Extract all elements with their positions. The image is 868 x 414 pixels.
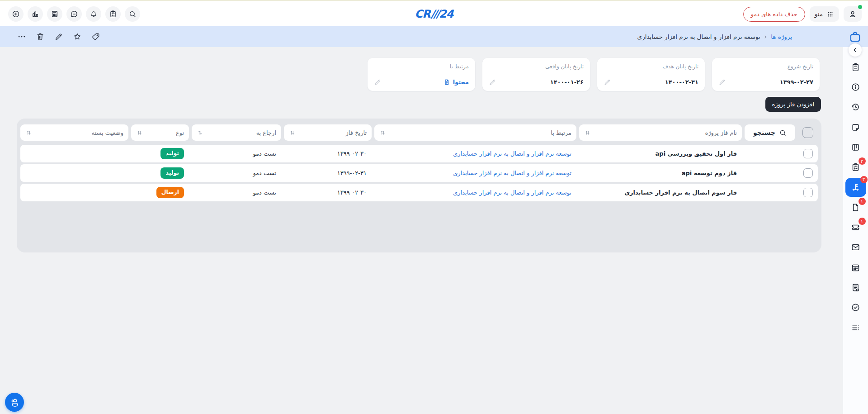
- breadcrumb-separator: ‹: [764, 33, 767, 40]
- related-project-link[interactable]: توسعه نرم افزار و اتصال به نرم افزار حسا…: [453, 189, 571, 196]
- sidebar-item-history[interactable]: [843, 97, 868, 117]
- table-row[interactable]: فاز سوم اتصال به نرم افزار حسابداریتوسعه…: [20, 184, 818, 201]
- sidebar-item-report[interactable]: [843, 277, 868, 297]
- tasks-button[interactable]: [105, 6, 121, 22]
- sidebar-item-phases[interactable]: ۳: [843, 177, 868, 197]
- file-icon: [851, 203, 860, 212]
- clipboard-icon: [851, 62, 860, 72]
- related-project-link[interactable]: توسعه نرم افزار و اتصال به نرم افزار حسا…: [453, 170, 571, 176]
- support-chat-button[interactable]: [5, 393, 24, 412]
- column-header[interactable]: مرتبط با: [374, 124, 576, 141]
- sidebar-item-tasklist[interactable]: ۳: [843, 157, 868, 177]
- star-button[interactable]: [73, 32, 82, 43]
- phase-date: ۱۳۹۹-۰۲-۳۰: [337, 150, 367, 157]
- more-button[interactable]: [17, 32, 26, 43]
- notification-badge: ۳: [859, 157, 866, 165]
- online-status-dot: [858, 5, 862, 9]
- column-header[interactable]: وضعیت بسته: [20, 124, 128, 141]
- chat-icon: [70, 10, 78, 18]
- column-header[interactable]: ارجاع به: [192, 124, 281, 141]
- phases-table: جستجو نام فاز پروژهمرتبط باتاریخ فازارجا…: [17, 119, 821, 252]
- search-button[interactable]: جستجو: [745, 124, 795, 141]
- pencil-button[interactable]: [54, 32, 63, 43]
- notification-badge: ۱: [859, 218, 866, 225]
- pencil-icon: [54, 32, 63, 41]
- column-header[interactable]: نام فاز پروژه: [579, 124, 742, 141]
- row-checkbox[interactable]: [803, 188, 813, 197]
- info-icon: [851, 82, 860, 92]
- sidebar-item-note[interactable]: [843, 117, 868, 137]
- check-circle-icon: [851, 303, 860, 312]
- delete-demo-data-button[interactable]: حذف داده های دمو: [743, 7, 805, 22]
- column-header[interactable]: تاریخ فاز: [284, 124, 372, 141]
- support-icon: [9, 397, 20, 408]
- table-header: جستجو نام فاز پروژهمرتبط باتاریخ فازارجا…: [20, 124, 818, 141]
- edit-icon[interactable]: [718, 78, 726, 86]
- edit-icon[interactable]: [489, 78, 496, 86]
- sort-icon: [197, 129, 203, 136]
- tasklist-icon: [851, 162, 860, 172]
- search-label: جستجو: [753, 129, 775, 136]
- breadcrumb-projects-link[interactable]: پروژه ها: [771, 33, 792, 40]
- card-label: تاریخ شروع: [718, 63, 813, 70]
- breadcrumb: پروژه ها ‹ توسعه نرم افزار و اتصال به نر…: [637, 26, 792, 47]
- sidebar-item-list[interactable]: [843, 318, 868, 338]
- action-bar: پروژه ها ‹ توسعه نرم افزار و اتصال به نر…: [0, 26, 868, 47]
- reference: تست دمو: [192, 170, 281, 176]
- sidebar-item-file[interactable]: ۱: [843, 197, 868, 217]
- document-icon: [443, 79, 450, 86]
- table-row[interactable]: فاز دوم توسعه apiتوسعه نرم افزار و اتصال…: [20, 164, 818, 182]
- delete-demo-label: حذف داده های دمو: [751, 11, 797, 18]
- sort-icon: [136, 129, 143, 136]
- sidebar-item-calendar[interactable]: [843, 257, 868, 277]
- note-icon: [851, 123, 860, 132]
- row-checkbox[interactable]: [803, 149, 813, 158]
- column-label: تاریخ فاز: [346, 129, 367, 136]
- tag-button[interactable]: [91, 32, 100, 43]
- bell-button[interactable]: [86, 6, 101, 22]
- sidebar-item-mail[interactable]: [843, 238, 868, 257]
- chart-button[interactable]: [28, 6, 43, 22]
- tag-icon: [91, 32, 100, 41]
- sort-icon: [289, 129, 296, 136]
- search-icon: [128, 10, 137, 18]
- history-icon: [851, 102, 860, 112]
- related-entity-link[interactable]: محتوا: [443, 79, 469, 86]
- calculator-button[interactable]: [47, 6, 62, 22]
- row-checkbox[interactable]: [803, 168, 813, 178]
- sort-icon: [25, 129, 32, 136]
- phase-name: فاز اول تحقیق وبررسی api: [579, 150, 742, 157]
- sidebar-item-clipboard[interactable]: [843, 57, 868, 77]
- column-label: نام فاز پروژه: [705, 129, 737, 136]
- sidebar-item-info[interactable]: [843, 77, 868, 97]
- sidebar-item-check-circle[interactable]: [843, 298, 868, 318]
- calculator-icon: [51, 10, 59, 18]
- phase-name: فاز سوم اتصال به نرم افزار حسابداری: [579, 189, 742, 196]
- card-value: ۱۳۹۹-۰۲-۲۷: [780, 79, 813, 86]
- sidebar-item-ticket[interactable]: ۱: [843, 217, 868, 237]
- sidebar-item-board[interactable]: [843, 137, 868, 157]
- edit-icon[interactable]: [604, 78, 611, 86]
- search-button[interactable]: [125, 6, 140, 22]
- type-badge: تولید: [160, 148, 184, 159]
- related-project-link[interactable]: توسعه نرم افزار و اتصال به نرم افزار حسا…: [453, 150, 571, 157]
- sidebar-collapse-button[interactable]: [849, 43, 862, 57]
- select-all-checkbox[interactable]: [802, 127, 813, 138]
- column-label: ارجاع به: [256, 129, 276, 136]
- grid-icon: [826, 10, 834, 18]
- sort-icon: [379, 129, 386, 136]
- table-row[interactable]: فاز اول تحقیق وبررسی apiتوسعه نرم افزار …: [20, 145, 818, 162]
- right-sidebar: ۳۳۱۱: [843, 47, 868, 414]
- sidebar-items: ۳۳۱۱: [843, 57, 868, 338]
- menu-button[interactable]: منو: [810, 6, 839, 22]
- account-button[interactable]: [844, 6, 862, 22]
- table-body: فاز اول تحقیق وبررسی apiتوسعه نرم افزار …: [20, 145, 818, 201]
- trash-button[interactable]: [36, 32, 45, 43]
- card-value: ۱۴۰۰-۰۱-۲۶: [550, 79, 584, 86]
- column-header[interactable]: نوع: [131, 124, 189, 141]
- edit-icon[interactable]: [374, 78, 382, 86]
- report-icon: [851, 283, 860, 292]
- chat-button[interactable]: [66, 6, 82, 22]
- add-button[interactable]: [8, 6, 24, 22]
- briefcase-icon: [849, 30, 862, 43]
